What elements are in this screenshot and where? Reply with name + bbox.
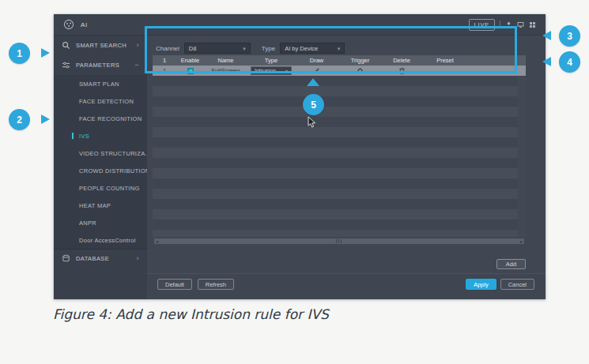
sidebar-item-crowd-distribution[interactable]: CROWD DISTRIBUTION (54, 162, 147, 179)
sidebar-item-parameters[interactable]: PARAMETERS − (54, 55, 147, 75)
chevron-down-icon: ▾ (243, 46, 246, 51)
cancel-button[interactable]: Cancel (500, 279, 534, 290)
rules-table-header: 1 Enable Name Type Draw Trigger Delete P… (153, 55, 526, 66)
scroll-right-icon[interactable]: ▸ (519, 239, 524, 244)
callout-2-arrow-icon (41, 114, 50, 124)
sidebar-item-smart-plan[interactable]: SMART PLAN (54, 75, 147, 92)
rule-type-value: Intrusion (255, 68, 276, 73)
callout-3: 3 (559, 25, 580, 47)
row-index: 1 (153, 67, 176, 74)
draw-pencil-icon[interactable] (313, 67, 320, 74)
nvr-window: AI LIVE (54, 14, 546, 299)
collapse-icon: − (134, 62, 139, 69)
sidebar-item-smart-search[interactable]: SMART SEARCH › (54, 36, 147, 55)
refresh-button[interactable]: Refresh (198, 279, 234, 290)
app-title: AI (81, 21, 88, 28)
empty-rows-area (153, 76, 518, 237)
sidebar-item-door-access-control[interactable]: Door AccessControl (54, 231, 147, 249)
col-delete: Delete (382, 57, 421, 64)
col-preset: Preset (421, 57, 469, 64)
trigger-gear-icon[interactable] (357, 67, 364, 74)
sidebar-item-anpr[interactable]: ANPR (54, 214, 147, 231)
col-index: 1 (153, 57, 176, 64)
horizontal-scrollbar[interactable]: ◂ ▸ (154, 238, 524, 244)
table-row[interactable]: 1 ✓ FullScreen Intrusion ▾ (153, 66, 526, 76)
database-icon (62, 254, 70, 263)
sidebar-item-video-structurization[interactable]: VIDEO STRUCTURIZA.. (54, 144, 147, 162)
bottom-bar: Default Refresh Apply Cancel (147, 273, 546, 299)
sidebar-item-face-recognition[interactable]: FACE RECOGNITION (54, 110, 147, 127)
col-draw: Draw (295, 57, 338, 64)
smart-search-icon (62, 41, 70, 50)
grid-icon[interactable] (529, 21, 536, 28)
rule-type-select[interactable]: Intrusion ▾ (251, 66, 292, 75)
sidebar-item-heat-map[interactable]: HEAT MAP (54, 197, 147, 214)
vertical-scrollbar[interactable] (518, 76, 526, 237)
sidebar-item-face-detection[interactable]: FACE DETECTION (54, 92, 147, 110)
chevron-right-icon: › (137, 42, 139, 49)
enable-checkbox[interactable]: ✓ (187, 68, 194, 74)
col-name: Name (204, 57, 247, 64)
type-value: AI by Device (285, 45, 318, 52)
callout-1: 1 (9, 43, 30, 64)
type-select[interactable]: AI by Device ▾ (280, 43, 345, 54)
channel-value: D8 (189, 45, 197, 52)
titlebar: AI LIVE (54, 14, 546, 36)
callout-2: 2 (9, 109, 30, 130)
sidebar-item-ivs[interactable]: IVS (54, 127, 147, 144)
callout-5: 5 (303, 94, 324, 115)
ai-logo-icon (63, 19, 74, 30)
delete-trash-icon[interactable] (398, 67, 406, 74)
scroll-left-icon[interactable]: ◂ (154, 239, 160, 244)
sidebar-item-label: SMART SEARCH (76, 42, 126, 49)
type-label: Type (262, 45, 275, 52)
mouse-cursor-icon (308, 116, 317, 129)
callout-1-arrow-icon (41, 48, 50, 58)
apply-button[interactable]: Apply (466, 279, 496, 290)
parameters-submenu: SMART PLAN FACE DETECTION FACE RECOGNITI… (54, 75, 147, 249)
callout-3-arrow-icon (542, 31, 551, 40)
chevron-down-icon: ▾ (285, 68, 288, 73)
network-icon[interactable] (517, 21, 524, 28)
col-type: Type (247, 57, 295, 64)
rule-name: FullScreen (204, 67, 247, 74)
titlebar-right-cluster: LIVE (469, 19, 536, 31)
chevron-right-icon: › (137, 255, 139, 262)
document-page: AI LIVE (0, 0, 589, 364)
sidebar: SMART SEARCH › PARAMETERS − SMART PLAN F… (54, 36, 147, 299)
figure-caption: Figure 4: Add a new Intrusion rule for I… (53, 306, 329, 322)
callout-5-arrow-icon (307, 78, 319, 86)
add-button[interactable]: Add (496, 259, 526, 269)
sidebar-item-label: PARAMETERS (76, 62, 119, 69)
chevron-down-icon: ▾ (338, 46, 341, 51)
sidebar-item-database[interactable]: DATABASE › (54, 249, 147, 268)
sidebar-item-people-counting[interactable]: PEOPLE COUNTING (54, 179, 147, 197)
parameters-icon (62, 61, 70, 69)
channel-select[interactable]: D8 ▾ (184, 43, 251, 54)
sidebar-item-label: DATABASE (76, 255, 109, 262)
default-button[interactable]: Default (157, 279, 192, 290)
col-trigger: Trigger (338, 57, 382, 64)
callout-4-arrow-icon (542, 57, 551, 66)
preset-value[interactable]: – (421, 67, 469, 74)
channel-label: Channel (156, 45, 179, 52)
col-enable: Enable (176, 57, 204, 64)
filter-toolbar: Channel D8 ▾ Type AI by Device ▾ (156, 43, 345, 54)
titlebar-divider (500, 21, 500, 28)
scrollbar-grip[interactable] (336, 239, 343, 243)
live-button[interactable]: LIVE (469, 19, 495, 31)
user-icon[interactable] (505, 21, 512, 28)
content-pane: Channel D8 ▾ Type AI by Device ▾ 1 Enabl… (147, 36, 546, 299)
callout-4: 4 (559, 51, 580, 73)
